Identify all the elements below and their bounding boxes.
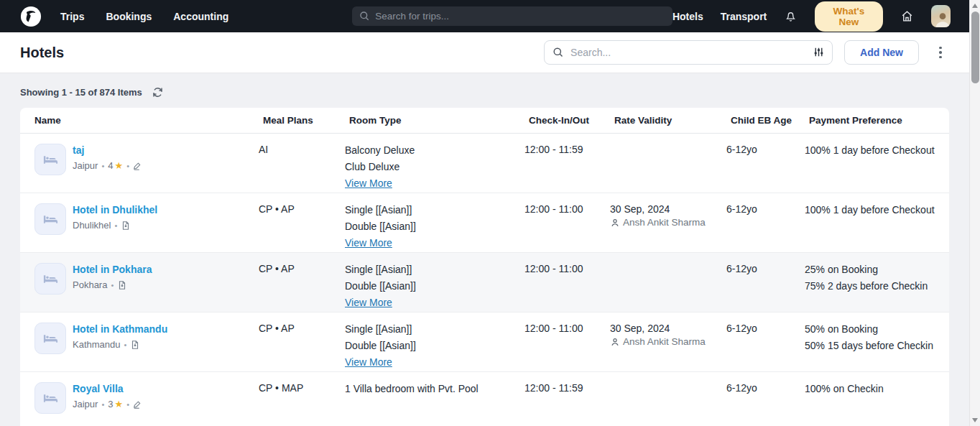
room-type-line: Double [[Asian]] <box>345 279 517 292</box>
agreement-pen-icon <box>133 161 143 171</box>
separator-dot: • <box>124 341 127 349</box>
room-type-line: 1 Villa bedroom with Pvt. Pool <box>345 382 517 395</box>
hotels-search-input[interactable] <box>544 40 833 65</box>
rate-validity-agent: Ansh Ankit Sharma <box>623 217 706 228</box>
meal-plans-value: AI <box>259 144 345 155</box>
hotel-name-link[interactable]: taj <box>73 144 84 156</box>
separator-dot: • <box>114 221 117 230</box>
document-icon <box>121 221 131 231</box>
table-header-row: Name Meal Plans Room Type Check-In/Out R… <box>20 108 949 134</box>
top-navbar: Trips Bookings Accounting Hotels Transpo… <box>0 0 969 32</box>
nav-item-trips[interactable]: Trips <box>60 11 84 22</box>
check-in-out-value: 12:00 - 11:59 <box>524 382 610 394</box>
page-title: Hotels <box>20 45 64 61</box>
rate-validity-date: 30 Sep, 2024 <box>610 323 719 334</box>
room-type-line: Single [[Asian]] <box>345 203 517 216</box>
column-header-payment-preference: Payment Preference <box>809 115 949 126</box>
app-window: Trips Bookings Accounting Hotels Transpo… <box>0 0 969 426</box>
person-icon <box>610 218 620 228</box>
nav-item-accounting[interactable]: Accounting <box>173 11 228 22</box>
brand-logo-icon[interactable] <box>20 6 42 27</box>
nav-item-transport[interactable]: Transport <box>721 11 767 22</box>
table-row: Royal Villa Jaipur • 3 ★ • CP <box>20 372 949 426</box>
separator-dot: • <box>101 400 104 409</box>
rate-validity-agent: Ansh Ankit Sharma <box>623 336 706 347</box>
check-in-out-value: 12:00 - 11:00 <box>524 203 610 215</box>
view-more-link[interactable]: View More <box>345 177 392 189</box>
notifications-bell-icon[interactable] <box>784 9 798 23</box>
child-eb-age-value: 6-12yo <box>726 323 805 334</box>
meal-plans-value: CP • MAP <box>259 382 345 394</box>
global-search <box>352 6 672 26</box>
hotel-location: Dhulikhel <box>73 220 111 231</box>
primary-nav: Trips Bookings Accounting <box>60 11 228 22</box>
room-type-line: Double [[Asian]] <box>345 220 517 233</box>
hotel-location: Kathmandu <box>73 339 121 350</box>
payment-preference-line: 25% on Booking <box>805 263 942 276</box>
payment-preference-line: 75% 2 days before Checkin <box>805 279 942 292</box>
document-icon <box>117 280 127 290</box>
child-eb-age-value: 6-12yo <box>726 263 805 274</box>
rate-validity-date: 30 Sep, 2024 <box>610 203 719 215</box>
meal-plans-value: CP • AP <box>259 203 345 215</box>
filter-sliders-icon[interactable] <box>813 46 825 61</box>
vertical-scrollbar[interactable] <box>969 0 980 426</box>
column-header-meal-plans: Meal Plans <box>263 115 349 126</box>
view-more-link[interactable]: View More <box>345 297 392 308</box>
search-icon <box>552 46 564 61</box>
table-row: Hotel in Kathmandu Kathmandu • CP • AP S… <box>20 312 949 372</box>
hotel-name-link[interactable]: Royal Villa <box>73 383 124 394</box>
hotel-thumbnail-bed-icon <box>34 382 66 414</box>
room-type-line: Club Deluxe <box>345 160 517 173</box>
hotel-location: Jaipur <box>73 160 98 171</box>
nav-item-hotels[interactable]: Hotels <box>672 11 703 22</box>
hotel-thumbnail-bed-icon <box>34 263 66 295</box>
document-icon <box>130 340 140 350</box>
hotel-name-link[interactable]: Hotel in Kathmandu <box>73 323 167 335</box>
column-header-name: Name <box>34 115 263 126</box>
scrollbar-thumb[interactable] <box>971 11 979 83</box>
separator-dot: • <box>101 162 104 170</box>
separator-dot: • <box>126 400 129 409</box>
hotel-name-link[interactable]: Hotel in Pokhara <box>73 264 152 275</box>
hotel-thumbnail-bed-icon <box>34 203 66 235</box>
scroll-up-arrow-icon[interactable] <box>972 4 978 8</box>
hotel-star-count: 4 <box>108 160 113 171</box>
content-area: Showing 1 - 15 of 874 Items Name Meal Pl… <box>0 73 969 426</box>
separator-dot: • <box>126 162 129 170</box>
more-options-kebab-icon[interactable] <box>930 40 951 65</box>
hotel-thumbnail-bed-icon <box>34 144 66 175</box>
column-header-check-in-out: Check-In/Out <box>529 115 614 126</box>
payment-preference-line: 100% 1 day before Checkout <box>805 203 942 216</box>
table-row: Hotel in Pokhara Pokhara • CP • AP Singl… <box>20 253 949 312</box>
refresh-icon[interactable] <box>152 86 164 98</box>
payment-preference-line: 50% 15 days before Checkin <box>805 339 942 352</box>
star-icon: ★ <box>115 399 124 409</box>
star-icon: ★ <box>115 160 124 171</box>
page-header: Hotels Add New <box>0 32 969 73</box>
nav-item-bookings[interactable]: Bookings <box>106 11 152 22</box>
agreement-pen-icon <box>133 399 143 409</box>
room-type-line: Double [[Asian]] <box>345 339 517 352</box>
navbar-right: Hotels Transport What's New <box>672 1 951 32</box>
room-type-line: Single [[Asian]] <box>345 263 517 276</box>
hotel-name-link[interactable]: Hotel in Dhulikhel <box>73 204 157 216</box>
hotel-location: Jaipur <box>73 399 98 409</box>
home-icon[interactable] <box>900 9 914 23</box>
user-avatar[interactable] <box>931 5 951 27</box>
global-search-input[interactable] <box>352 6 672 26</box>
whats-new-button[interactable]: What's New <box>815 1 882 32</box>
child-eb-age-value: 6-12yo <box>726 382 805 394</box>
check-in-out-value: 12:00 - 11:59 <box>524 144 610 155</box>
add-new-button[interactable]: Add New <box>844 40 919 65</box>
hotels-table: Name Meal Plans Room Type Check-In/Out R… <box>20 108 949 426</box>
room-type-line: Balcony Deluxe <box>345 144 517 157</box>
view-more-link[interactable]: View More <box>345 237 392 249</box>
room-type-line: Single [[Asian]] <box>345 323 517 335</box>
page-header-actions: Add New <box>544 40 951 65</box>
hotel-thumbnail-bed-icon <box>34 323 66 354</box>
view-more-link[interactable]: View More <box>345 356 392 368</box>
scroll-down-arrow-icon[interactable] <box>972 418 978 422</box>
column-header-child-eb-age: Child EB Age <box>731 115 809 126</box>
child-eb-age-value: 6-12yo <box>726 144 805 155</box>
